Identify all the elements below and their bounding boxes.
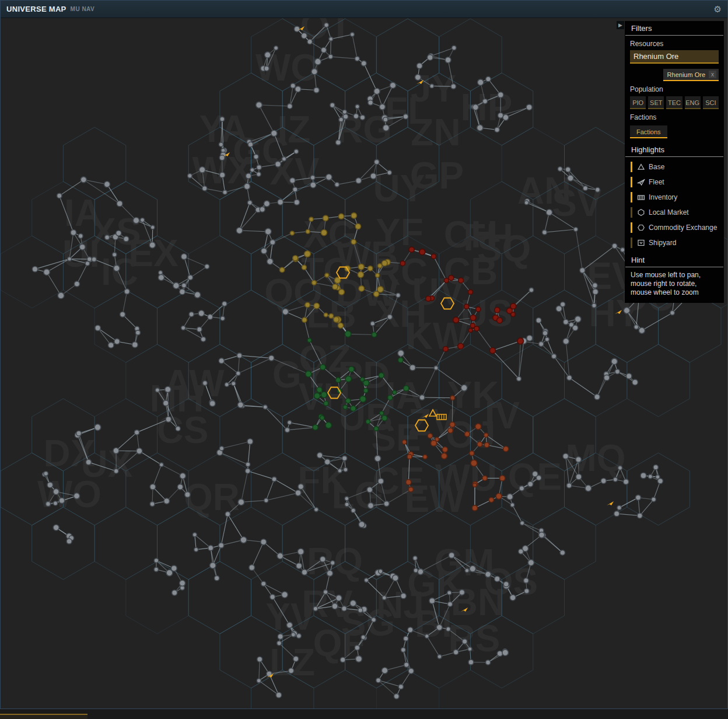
highlight-local-market[interactable]: Local Market: [625, 207, 724, 218]
gear-icon[interactable]: ⚙: [714, 5, 722, 13]
universe-map-canvas[interactable]: OTWOJYHPFLYAIZRGZNGCWXXVGPUYANSVIAXSUIIC…: [1, 18, 727, 708]
minimized-buffer-button[interactable]: [0, 714, 88, 719]
star-system-node: [342, 606, 347, 611]
star-system-node: [498, 113, 503, 118]
panel-collapse-arrow-icon[interactable]: ▶: [617, 21, 624, 29]
star-system-node: [150, 484, 156, 490]
star-system-node: [574, 228, 578, 232]
highlight-active-bar: [631, 238, 632, 248]
star-system-node: [470, 315, 476, 321]
star-system-node: [321, 392, 327, 397]
highlight-inventory[interactable]: Inventory: [625, 192, 724, 203]
star-system-node: [171, 566, 177, 571]
star-system-node: [78, 234, 83, 239]
star-system-node: [114, 338, 120, 344]
star-system-node: [290, 231, 294, 235]
star-system-node: [293, 187, 298, 192]
hint-header: Hint: [625, 253, 723, 267]
star-system-node: [113, 253, 117, 257]
resource-filter-tag[interactable]: Rhenium Ore x: [663, 69, 719, 81]
star-system-node: [338, 323, 343, 328]
highlight-shipyard[interactable]: Shipyard: [625, 238, 724, 248]
highlight-active-bar: [631, 192, 632, 203]
factions-button[interactable]: Factions: [630, 125, 667, 138]
star-system-node: [114, 265, 120, 271]
highlight-commodity-exchange[interactable]: Commodity Exchange: [625, 222, 724, 233]
star-system-node: [302, 33, 307, 39]
star-system-node: [398, 358, 404, 363]
star-system-node: [478, 79, 484, 85]
star-system-node: [576, 474, 582, 480]
star-system-node: [398, 350, 404, 357]
star-system-node: [470, 566, 476, 572]
star-system-node: [359, 522, 365, 528]
star-system-node: [116, 231, 121, 236]
population-button-pio[interactable]: PIO: [630, 96, 646, 109]
star-system-node: [419, 249, 425, 255]
star-system-node: [312, 69, 317, 75]
tag-close-icon[interactable]: x: [709, 71, 716, 78]
star-system-node: [329, 37, 333, 41]
star-system-node: [528, 560, 534, 566]
star-system-node: [274, 46, 278, 50]
star-system-node: [324, 313, 328, 317]
star-system-node: [429, 598, 435, 604]
star-system-node: [309, 217, 313, 221]
star-system-node: [583, 186, 588, 190]
star-system-node: [132, 342, 138, 348]
star-system-node: [339, 289, 345, 295]
star-system-node: [117, 201, 123, 207]
star-system-node: [524, 589, 529, 594]
star-system-node: [360, 396, 366, 402]
population-button-eng[interactable]: ENG: [685, 96, 701, 109]
star-system-node: [502, 650, 509, 656]
star-system-node: [367, 487, 372, 492]
star-system-node: [382, 596, 386, 600]
star-system-node: [149, 242, 155, 248]
population-button-sci[interactable]: SCI: [703, 96, 719, 109]
star-system-node: [236, 371, 240, 375]
star-system-node: [257, 679, 261, 683]
star-system-node: [431, 254, 436, 259]
population-button-set[interactable]: SET: [648, 96, 664, 109]
star-system-node: [517, 376, 522, 381]
fleet-marker-icon[interactable]: [607, 501, 614, 505]
star-system-node: [165, 386, 171, 392]
star-system-node: [317, 452, 323, 458]
star-system-node: [360, 378, 365, 382]
population-button-tec[interactable]: TEC: [666, 96, 682, 109]
star-system-node: [351, 33, 355, 37]
star-system-node: [324, 23, 329, 27]
star-system-node: [442, 447, 447, 452]
star-system-node: [246, 173, 251, 179]
star-system-node: [473, 483, 477, 487]
star-system-node: [462, 639, 467, 644]
star-system-node: [490, 348, 496, 354]
star-system-node: [472, 505, 477, 511]
star-system-node: [370, 173, 376, 179]
star-system-node: [449, 553, 454, 559]
star-system-node: [317, 387, 322, 392]
star-system-node: [200, 167, 205, 173]
resource-search-input[interactable]: [630, 50, 719, 64]
star-system-node: [471, 460, 477, 466]
star-system-node: [447, 591, 452, 595]
highlight-fleet[interactable]: Fleet: [625, 177, 724, 187]
star-system-node: [370, 322, 374, 326]
star-system-node: [47, 482, 53, 488]
star-system-node: [378, 479, 384, 484]
sector-code-label: CS: [157, 409, 209, 451]
star-system-node: [313, 606, 318, 611]
star-system-node: [402, 440, 407, 444]
star-system-node: [307, 338, 312, 343]
window-titlebar[interactable]: UNIVERSE MAP MU NAV ⚙: [1, 1, 727, 18]
star-system-node: [384, 501, 389, 507]
star-system-node: [276, 692, 281, 697]
star-system-node: [484, 442, 489, 447]
star-system-node: [340, 657, 345, 662]
star-system-node: [495, 576, 500, 581]
highlight-base[interactable]: Base: [625, 162, 724, 172]
star-system-node: [468, 659, 474, 665]
star-system-node: [225, 512, 230, 516]
star-system-node: [474, 326, 479, 331]
